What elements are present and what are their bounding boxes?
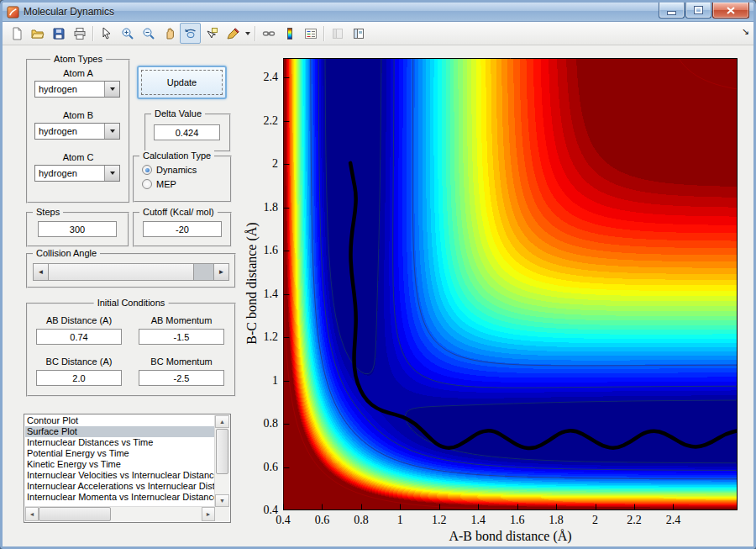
- steps-title: Steps: [33, 207, 63, 217]
- edit-plot-button[interactable]: [96, 23, 117, 44]
- link-plot-button[interactable]: [258, 23, 279, 44]
- radio-button-icon[interactable]: [142, 179, 152, 189]
- zoom-out-icon: [142, 27, 155, 40]
- insert-colorbar-button[interactable]: [279, 23, 300, 44]
- x-tick-label: 1.2: [432, 514, 447, 527]
- y-tick-label: 2.2: [238, 114, 278, 128]
- data-cursor-button[interactable]: [201, 23, 222, 44]
- bc-distance-field[interactable]: [36, 370, 122, 386]
- list-item[interactable]: Potential Energy vs Time: [25, 448, 215, 459]
- floppy-icon: [52, 27, 66, 40]
- titlebar[interactable]: Molecular Dynamics: [3, 3, 753, 22]
- minimize-icon: [667, 11, 676, 15]
- update-button[interactable]: Update: [137, 66, 227, 99]
- maximize-button[interactable]: [685, 3, 711, 18]
- close-button[interactable]: [712, 3, 749, 18]
- hide-plot-tools-button[interactable]: [327, 23, 348, 44]
- radio-option[interactable]: MEP: [142, 179, 197, 189]
- zoom-out-button[interactable]: [138, 23, 159, 44]
- list-item[interactable]: Internuclear Accelerations vs Internucle…: [25, 481, 215, 492]
- scroll-up-button[interactable]: ▲: [215, 415, 229, 428]
- horizontal-scroll-thumb[interactable]: [39, 507, 111, 521]
- x-tick-label: 1.8: [549, 514, 564, 527]
- data-cursor-icon: [205, 27, 218, 40]
- atom-c-dropdown[interactable]: hydrogen: [34, 165, 120, 182]
- vertical-scroll-thumb[interactable]: [216, 429, 228, 474]
- scroll-left-button[interactable]: ◄: [25, 507, 39, 521]
- atom-a-value: hydrogen: [35, 82, 104, 97]
- slider-left-arrow[interactable]: ◄: [34, 264, 49, 280]
- collision-angle-slider[interactable]: ◄ ►: [33, 263, 229, 281]
- slider-thumb[interactable]: [49, 264, 194, 280]
- list-item[interactable]: Kinetic Energy vs Time: [25, 459, 215, 470]
- horizontal-scrollbar[interactable]: ◄ ►: [25, 506, 215, 521]
- list-item[interactable]: Internuclear Momenta vs Internuclear Dis…: [25, 492, 215, 503]
- rotate-3d-button[interactable]: [180, 23, 201, 44]
- cutoff-group: Cutoff (Kcal/ mol): [133, 212, 232, 247]
- atom-c-label: Atom C: [28, 152, 129, 162]
- cutoff-field[interactable]: [143, 221, 222, 237]
- bc-momentum-label: BC Momentum: [137, 356, 226, 367]
- y-axis-label: B-C bond distance (Å): [244, 166, 261, 401]
- list-item[interactable]: Internuclear Distances vs Time: [25, 437, 215, 448]
- colorbar-icon: [283, 27, 297, 40]
- chevron-down-icon: [110, 172, 115, 175]
- slider-track[interactable]: [194, 264, 213, 280]
- save-button[interactable]: [48, 23, 69, 44]
- y-tick-label: 0.4: [238, 504, 278, 517]
- atom-a-dropdown[interactable]: hydrogen: [34, 81, 120, 98]
- atom-b-value: hydrogen: [35, 124, 104, 139]
- steps-field[interactable]: [38, 221, 117, 237]
- scroll-right-button[interactable]: ►: [202, 507, 215, 521]
- minimize-button[interactable]: [659, 3, 685, 18]
- chevron-down-icon: [245, 32, 250, 35]
- plot-area: 0.40.60.811.21.41.61.822.22.4 0.40.60.81…: [238, 52, 750, 546]
- pan-button[interactable]: [159, 23, 180, 44]
- brush-dropdown-button[interactable]: [243, 24, 252, 43]
- show-plot-tools-button[interactable]: [348, 23, 369, 44]
- horizontal-scroll-track[interactable]: [111, 507, 202, 521]
- pointer-arrow-icon: [100, 27, 113, 40]
- bc-momentum-field[interactable]: [139, 370, 224, 386]
- open-file-button[interactable]: [27, 23, 48, 44]
- rotate-3d-icon: [184, 27, 197, 40]
- atom-a-label: Atom A: [28, 68, 129, 78]
- radio-option[interactable]: Dynamics: [142, 165, 197, 175]
- calculation-type-group: Calculation Type DynamicsMEP: [133, 156, 232, 203]
- show-plot-tools-icon: [352, 27, 365, 40]
- insert-legend-button[interactable]: [300, 23, 321, 44]
- radio-label: Dynamics: [156, 165, 197, 175]
- dropdown-arrow-button[interactable]: [104, 82, 119, 97]
- list-item[interactable]: Internuclear Velocities vs Internuclear …: [25, 470, 215, 481]
- delta-value-title: Delta Value: [151, 108, 205, 119]
- print-button[interactable]: [69, 23, 90, 44]
- toolbar-separator: [255, 26, 255, 41]
- slider-right-arrow[interactable]: ►: [213, 264, 228, 280]
- brush-button[interactable]: [222, 23, 243, 44]
- bc-distance-label: BC Distance (A): [34, 356, 123, 367]
- vertical-scrollbar[interactable]: ▲ ▼: [214, 415, 229, 507]
- cutoff-title: Cutoff (Kcal/ mol): [139, 207, 218, 217]
- toolbar-separator: [323, 26, 324, 41]
- atom-b-label: Atom B: [28, 110, 129, 120]
- ab-momentum-field[interactable]: [139, 329, 224, 345]
- ab-momentum-label: AB Momentum: [137, 315, 226, 325]
- list-item[interactable]: Surface Plot: [25, 426, 215, 437]
- initial-conditions-title: Initial Conditions: [94, 298, 169, 308]
- scroll-down-button[interactable]: ▼: [215, 494, 229, 507]
- dropdown-arrow-button[interactable]: [104, 124, 119, 139]
- delta-value-field[interactable]: [154, 124, 220, 140]
- close-icon: [727, 7, 735, 14]
- x-tick-label: 0.6: [315, 514, 330, 527]
- plot-type-list[interactable]: Contour PlotSurface PlotInternuclear Dis…: [24, 414, 231, 523]
- zoom-in-button[interactable]: [117, 23, 138, 44]
- atom-types-group: Atom Types Atom A hydrogen Atom B hydrog…: [26, 59, 130, 203]
- dock-figure-icon[interactable]: ↘: [742, 26, 749, 37]
- ab-distance-field[interactable]: [36, 329, 122, 345]
- list-item[interactable]: Contour Plot: [25, 415, 215, 426]
- atom-b-dropdown[interactable]: hydrogen: [34, 123, 120, 140]
- chevron-down-icon: [110, 129, 115, 133]
- new-file-button[interactable]: [6, 23, 27, 44]
- dropdown-arrow-button[interactable]: [104, 166, 119, 181]
- radio-button-icon[interactable]: [142, 165, 152, 175]
